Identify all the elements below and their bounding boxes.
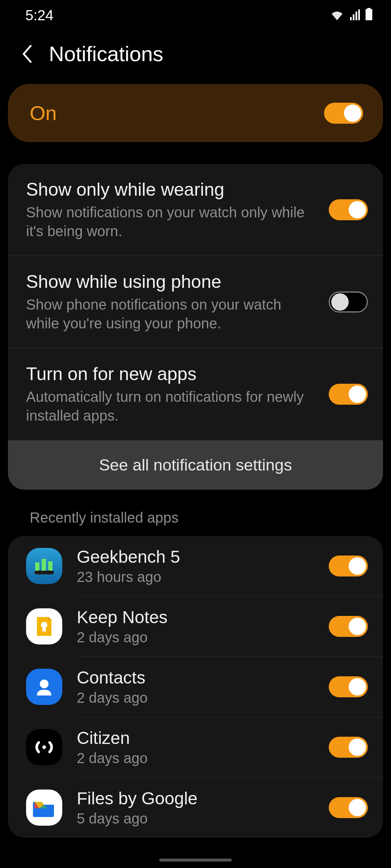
setting-desc: Show phone notifications on your watch w… bbox=[26, 295, 314, 333]
setting-show-while-phone[interactable]: Show while using phone Show phone notifi… bbox=[8, 256, 383, 348]
svg-point-6 bbox=[37, 570, 42, 575]
recent-apps-label: Recently installed apps bbox=[8, 510, 383, 536]
app-toggle[interactable] bbox=[329, 556, 368, 576]
status-icons bbox=[330, 7, 373, 24]
svg-rect-3 bbox=[42, 559, 46, 573]
app-row-keep-notes[interactable]: Keep Notes 2 days ago bbox=[8, 596, 383, 656]
back-button[interactable] bbox=[18, 45, 36, 63]
app-name: Keep Notes bbox=[77, 607, 314, 627]
battery-icon bbox=[365, 7, 373, 24]
app-toggle[interactable] bbox=[329, 616, 368, 637]
app-time: 2 days ago bbox=[77, 690, 314, 706]
app-icon-keep bbox=[26, 608, 62, 644]
page-header: Notifications bbox=[0, 27, 391, 77]
app-icon-contacts bbox=[26, 669, 62, 705]
svg-rect-0 bbox=[367, 8, 370, 9]
svg-point-11 bbox=[42, 745, 46, 749]
chevron-left-icon bbox=[22, 45, 33, 63]
setting-show-only-wearing[interactable]: Show only while wearing Show notificatio… bbox=[8, 164, 383, 256]
app-toggle[interactable] bbox=[329, 797, 368, 818]
setting-title: Show only while wearing bbox=[26, 179, 314, 200]
master-toggle-card[interactable]: On bbox=[8, 84, 383, 142]
signal-icon bbox=[348, 7, 361, 24]
status-time: 5:24 bbox=[25, 7, 54, 24]
setting-desc: Automatically turn on notifications for … bbox=[26, 387, 314, 425]
setting-new-apps[interactable]: Turn on for new apps Automatically turn … bbox=[8, 348, 383, 441]
setting-toggle[interactable] bbox=[329, 384, 368, 405]
see-all-button[interactable]: See all notification settings bbox=[8, 441, 383, 490]
app-time: 2 days ago bbox=[77, 629, 314, 646]
app-name: Files by Google bbox=[77, 788, 314, 808]
setting-title: Turn on for new apps bbox=[26, 363, 314, 384]
app-row-contacts[interactable]: Contacts 2 days ago bbox=[8, 657, 383, 717]
svg-point-10 bbox=[40, 680, 49, 688]
setting-toggle[interactable] bbox=[329, 199, 368, 220]
app-name: Geekbench 5 bbox=[77, 547, 314, 567]
settings-group: Show only while wearing Show notificatio… bbox=[8, 164, 383, 490]
page-title: Notifications bbox=[49, 42, 163, 66]
status-bar: 5:24 bbox=[0, 0, 391, 27]
master-toggle-label: On bbox=[30, 101, 57, 125]
app-icon-geekbench bbox=[26, 548, 62, 584]
master-toggle[interactable] bbox=[324, 103, 363, 124]
app-time: 5 days ago bbox=[77, 810, 314, 827]
setting-desc: Show notifications on your watch only wh… bbox=[26, 203, 314, 241]
app-row-geekbench[interactable]: Geekbench 5 23 hours ago bbox=[8, 536, 383, 596]
svg-point-7 bbox=[47, 570, 51, 575]
app-name: Citizen bbox=[77, 728, 314, 748]
home-indicator[interactable] bbox=[159, 859, 232, 861]
app-time: 23 hours ago bbox=[77, 569, 314, 585]
app-row-files[interactable]: Files by Google 5 days ago bbox=[8, 778, 383, 838]
app-toggle[interactable] bbox=[329, 737, 368, 758]
svg-rect-9 bbox=[42, 628, 46, 631]
setting-title: Show while using phone bbox=[26, 271, 314, 292]
svg-point-8 bbox=[41, 622, 47, 628]
app-icon-citizen bbox=[26, 729, 62, 765]
setting-toggle[interactable] bbox=[329, 292, 368, 312]
wifi-icon bbox=[330, 7, 344, 24]
app-name: Contacts bbox=[77, 668, 314, 688]
app-time: 2 days ago bbox=[77, 750, 314, 766]
app-toggle[interactable] bbox=[329, 676, 368, 697]
app-row-citizen[interactable]: Citizen 2 days ago bbox=[8, 717, 383, 777]
app-icon-files bbox=[26, 790, 62, 826]
svg-rect-1 bbox=[366, 9, 373, 20]
recent-apps-list: Geekbench 5 23 hours ago Keep Notes 2 da… bbox=[8, 536, 383, 838]
